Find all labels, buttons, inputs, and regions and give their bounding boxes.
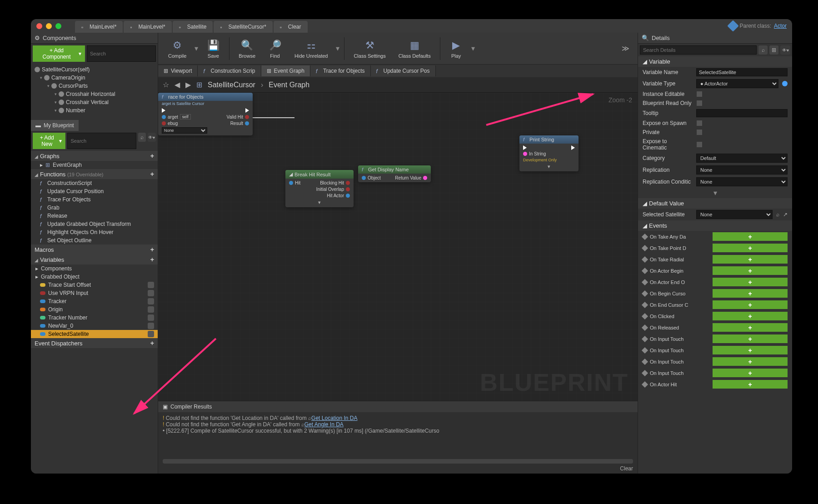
component-tree-item[interactable]: ▾CursorParts — [31, 82, 158, 90]
hide-unrelated-button[interactable]: ⚏Hide Unrelated — [288, 34, 334, 64]
tooltip-input[interactable] — [696, 109, 788, 117]
subtab[interactable]: ⊞Event Graph — [261, 65, 310, 76]
variable-name-input[interactable] — [696, 68, 788, 76]
play-button[interactable]: ▶Play — [443, 34, 469, 64]
macros-section[interactable]: Macros+ — [31, 245, 158, 254]
add-event-button[interactable]: + — [713, 312, 788, 320]
scrollbar[interactable] — [163, 459, 633, 464]
class-settings-button[interactable]: ⚒Class Settings — [347, 34, 392, 64]
add-function-button[interactable]: + — [150, 170, 154, 178]
node-get-display-name[interactable]: fGet Display Name ObjectReturn Value — [358, 165, 431, 182]
function-item[interactable]: fGrab — [31, 204, 158, 212]
parent-class-link[interactable]: Actor — [774, 23, 787, 29]
add-event-button[interactable]: + — [713, 323, 788, 332]
component-tree-item[interactable]: ▾Crosshair Vertical — [31, 98, 158, 106]
breadcrumb-root[interactable]: SatelliteCursor — [208, 81, 255, 89]
compiler-link[interactable]: Get Angle In DA — [304, 421, 344, 428]
add-new-button[interactable]: + Add New▾ — [33, 133, 65, 149]
variable-item[interactable]: Origin — [31, 305, 158, 314]
variable-item[interactable]: Use VRPN Input — [31, 289, 158, 297]
variable-visibility-toggle[interactable] — [148, 298, 154, 304]
search-icon[interactable]: ⌕ — [758, 45, 768, 55]
functions-section[interactable]: ◢Functions (19 Overridable)+ — [31, 169, 158, 179]
graph-canvas[interactable]: Zoom -2 BLUEPRINT frace for Objects arge… — [158, 93, 638, 401]
variable-item[interactable]: Tracker Number — [31, 314, 158, 322]
eye-icon[interactable]: 👁▾ — [780, 45, 790, 55]
category-select[interactable]: Default — [696, 154, 788, 163]
add-event-button[interactable]: + — [713, 232, 788, 241]
search-asset-icon[interactable]: ⌕ — [776, 211, 779, 218]
class-defaults-button[interactable]: ▦Class Defaults — [392, 34, 437, 64]
function-item[interactable]: fTrace For Objects — [31, 195, 158, 204]
graphs-section[interactable]: ◢Graphs+ — [31, 151, 158, 161]
function-item[interactable]: fUpdate Grabbed Object Transform — [31, 220, 158, 228]
nav-back-icon[interactable]: ◀ — [175, 80, 180, 89]
add-variable-button[interactable]: + — [150, 256, 154, 263]
browse-asset-icon[interactable]: ↗ — [783, 211, 788, 218]
title-tab[interactable]: ▫SatelliteCursor* — [214, 21, 272, 33]
favorite-icon[interactable]: ☆ — [163, 80, 169, 89]
grid-icon[interactable]: ⊞ — [769, 45, 778, 55]
variable-visibility-toggle[interactable] — [148, 331, 154, 337]
components-search-input[interactable] — [87, 45, 156, 62]
dropdown-arrow-icon[interactable]: ▾ — [469, 44, 477, 53]
search-icon[interactable]: ⌕ — [138, 133, 145, 142]
add-event-button[interactable]: + — [713, 357, 788, 366]
add-event-button[interactable]: + — [713, 255, 788, 264]
eye-icon[interactable]: 👁▾ — [148, 133, 156, 142]
components-group[interactable]: ▸Components — [31, 264, 158, 273]
title-tab[interactable]: ▫Satellite — [173, 21, 213, 33]
variable-item[interactable]: Trace Start Offset — [31, 281, 158, 289]
my-blueprint-tab[interactable]: ▬ My Blueprint — [31, 120, 79, 131]
variable-visibility-toggle[interactable] — [148, 306, 154, 313]
details-search-input[interactable] — [640, 45, 757, 55]
variable-visibility-toggle[interactable] — [148, 282, 154, 288]
function-item[interactable]: fHighlight Objects On Hover — [31, 228, 158, 236]
function-item[interactable]: fUpdate Cursor Position — [31, 187, 158, 195]
nav-forward-icon[interactable]: ▶ — [185, 80, 191, 89]
component-tree-item[interactable]: SatelliteCursor(self) — [31, 65, 158, 74]
add-event-button[interactable]: + — [713, 244, 788, 252]
variable-item[interactable]: Tracker — [31, 297, 158, 305]
event-graph-item[interactable]: ▸⊞EventGraph — [31, 161, 158, 169]
add-event-button[interactable]: + — [713, 334, 788, 343]
add-graph-button[interactable]: + — [150, 152, 154, 160]
blueprint-search-input[interactable] — [67, 133, 136, 149]
variable-visibility-toggle[interactable] — [148, 323, 154, 329]
grabbed-object-group[interactable]: ▸Grabbed Object — [31, 273, 158, 281]
add-event-button[interactable]: + — [713, 300, 788, 309]
add-dispatcher-button[interactable]: + — [150, 339, 154, 347]
expose-cinematics-checkbox[interactable] — [696, 141, 703, 148]
variable-visibility-toggle[interactable] — [148, 290, 154, 296]
node-break-hit-result[interactable]: ◢Break Hit Result HitBlocking Hit Initia… — [285, 170, 354, 207]
add-event-button[interactable]: + — [713, 289, 788, 298]
component-tree-item[interactable]: ▾CameraOrigin — [31, 74, 158, 82]
function-item[interactable]: fConstructionScript — [31, 179, 158, 187]
subtab[interactable]: fUpdate Cursor Pos — [371, 65, 436, 76]
dropdown-arrow-icon[interactable]: ▾ — [193, 44, 200, 53]
variable-visibility-toggle[interactable] — [148, 314, 154, 321]
component-tree-item[interactable]: ▾Crosshair Horizontal — [31, 90, 158, 98]
maximize-window[interactable] — [55, 23, 61, 29]
compiler-link[interactable]: Get Location In DA — [311, 415, 357, 421]
replication-condition-select[interactable]: None — [696, 177, 788, 186]
subtab[interactable]: fTrace for Objects — [310, 65, 371, 76]
compiler-clear-button[interactable]: Clear — [620, 465, 633, 472]
variable-item[interactable]: NewVar_0 — [31, 322, 158, 330]
variable-type-select[interactable]: ● ActorActor — [696, 79, 778, 88]
subtab[interactable]: ⊞Viewport — [158, 65, 198, 76]
save-button[interactable]: 💾Save — [200, 34, 226, 64]
add-component-button[interactable]: + Add Component▾ — [33, 45, 85, 62]
toolbar-overflow-icon[interactable]: ≫ — [617, 44, 634, 53]
find-button[interactable]: 🔎Find — [262, 34, 288, 64]
add-event-button[interactable]: + — [713, 346, 788, 354]
replication-select[interactable]: None — [696, 165, 788, 175]
title-tab[interactable]: ▫Clear — [274, 21, 308, 33]
minimize-window[interactable] — [46, 23, 52, 29]
add-event-button[interactable]: + — [713, 266, 788, 275]
variables-section[interactable]: ◢Variables+ — [31, 254, 158, 264]
variable-item[interactable]: SelectedSatellite — [31, 330, 158, 338]
title-tab[interactable]: ▫MainLevel* — [75, 21, 123, 33]
compile-button[interactable]: ⚙Compile — [162, 34, 193, 64]
add-macro-button[interactable]: + — [150, 246, 154, 253]
